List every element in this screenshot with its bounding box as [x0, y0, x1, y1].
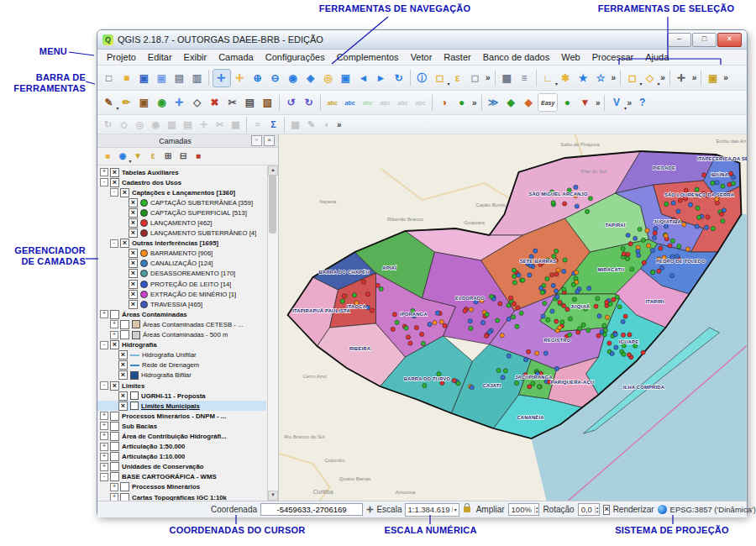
- visibility-checkbox[interactable]: ×: [118, 360, 128, 370]
- coordinate-input[interactable]: [260, 503, 363, 516]
- copy-style-button[interactable]: ✎: [304, 117, 319, 132]
- visibility-checkbox[interactable]: [120, 330, 129, 339]
- layer-tree-item[interactable]: +Processos Minerários - DNPM - ...: [97, 411, 266, 421]
- simplify-feature-button[interactable]: ◇: [117, 117, 132, 132]
- plugin-green-button[interactable]: ◆: [502, 94, 519, 111]
- visibility-checkbox[interactable]: ×: [129, 218, 138, 228]
- panel-float-button[interactable]: ▫: [251, 135, 262, 146]
- expander-icon[interactable]: +: [100, 168, 108, 176]
- layer-tree-item[interactable]: ×DESASSOREAMENTO [170]: [97, 269, 266, 279]
- layer-tree-item[interactable]: +Articulação 1:10.000: [97, 452, 266, 462]
- new-project-button[interactable]: □: [101, 70, 118, 87]
- layer-tree-item[interactable]: ×CAPTAÇÃO SUPERFICIAL [513]: [97, 207, 266, 218]
- visibility-checkbox[interactable]: ×: [110, 381, 119, 391]
- node-tool-button[interactable]: ◇: [189, 94, 206, 111]
- manage-themes-button[interactable]: ◉▾: [116, 150, 130, 164]
- statistical-summary-button[interactable]: Σ: [266, 117, 281, 132]
- remove-layer-button[interactable]: ■: [192, 150, 206, 164]
- layer-tree-item[interactable]: ×EXTRAÇÃO DE MINÉRIO [1]: [97, 289, 266, 299]
- plugin-globe-button[interactable]: ●: [559, 94, 575, 111]
- visibility-checkbox[interactable]: ×: [129, 290, 138, 299]
- toggle-editing-button[interactable]: ✏: [118, 94, 135, 111]
- menu-projeto[interactable]: Projeto: [101, 51, 142, 63]
- expander-icon[interactable]: +: [100, 422, 108, 430]
- deselect-all-button[interactable]: ◻: [467, 70, 484, 87]
- add-group-button[interactable]: ■: [101, 150, 115, 164]
- expander-icon[interactable]: +: [100, 463, 108, 471]
- select-polygon-dropdown-icon[interactable]: ▾: [658, 81, 660, 87]
- toolbar-overflow-icon[interactable]: »: [612, 73, 617, 82]
- visibility-checkbox[interactable]: ×: [110, 340, 119, 349]
- redo-button[interactable]: ↻: [301, 94, 318, 111]
- layer-tree-item[interactable]: -×Cadastro dos Usos: [97, 177, 266, 187]
- visibility-checkbox[interactable]: ×: [110, 168, 119, 177]
- tree-scrollbar[interactable]: ▲ ▼: [267, 165, 278, 501]
- toolbar-overflow-icon[interactable]: »: [486, 73, 491, 82]
- maximize-button[interactable]: □: [692, 33, 717, 47]
- annotation-button[interactable]: ✛: [673, 70, 690, 87]
- move-feature-button[interactable]: ✛: [171, 94, 188, 111]
- identify-features-button[interactable]: ⓘ: [414, 70, 431, 87]
- easy-plugin-button[interactable]: Easy: [538, 93, 558, 112]
- layer-tree-item[interactable]: +Articulação 1:50.000: [97, 442, 266, 452]
- toolbar-overflow-icon[interactable]: »: [337, 120, 342, 129]
- diagram-chart-button[interactable]: ●: [454, 94, 470, 111]
- scale-lock-icon[interactable]: [464, 507, 470, 512]
- menu-web[interactable]: Web: [555, 51, 585, 63]
- label-rotate-button[interactable]: abc: [395, 94, 412, 111]
- label-move-button[interactable]: abc: [377, 94, 394, 111]
- rotation-down-icon[interactable]: ▾: [596, 510, 599, 514]
- visibility-checkbox[interactable]: [110, 432, 119, 441]
- fill-ring-button[interactable]: ▥: [165, 117, 180, 132]
- reshape-features-button[interactable]: ✛: [197, 117, 212, 132]
- layer-tree-item[interactable]: ×Hidrografia Bifilar: [97, 370, 266, 381]
- visibility-checkbox[interactable]: ×: [129, 280, 138, 289]
- layer-tree-item[interactable]: +Áreas Contaminadas CETESB - ...: [97, 319, 266, 329]
- layer-tree-item[interactable]: ×BARRAMENTO [906]: [97, 249, 266, 259]
- menu-complementos[interactable]: Complementos: [331, 51, 405, 63]
- zoom-next-button[interactable]: ►: [373, 70, 390, 87]
- crs-globe-icon[interactable]: [658, 505, 667, 514]
- visibility-checkbox[interactable]: ×: [120, 239, 129, 248]
- menu-vetor[interactable]: Vetor: [405, 51, 438, 63]
- menu-ajuda[interactable]: Ajuda: [639, 51, 675, 63]
- close-button[interactable]: ×: [717, 33, 742, 47]
- label-properties-button[interactable]: abc: [412, 94, 429, 111]
- layer-tree-item[interactable]: ×Rede de Drenagem: [97, 360, 266, 370]
- layer-tree-item[interactable]: -×Limites: [97, 381, 266, 391]
- visibility-checkbox[interactable]: ×: [118, 391, 128, 401]
- plugin-orange-button[interactable]: ◆: [520, 94, 537, 111]
- menu-camada[interactable]: Camada: [213, 51, 260, 63]
- add-ring-button[interactable]: ◎: [133, 117, 148, 132]
- add-part-button[interactable]: ◉: [149, 117, 164, 132]
- scroll-down-icon[interactable]: ▼: [268, 491, 278, 501]
- touch-zoom-button[interactable]: ▣: [705, 70, 722, 87]
- scale-combo[interactable]: 1:1.384.619 ▾: [405, 503, 459, 517]
- extent-toggle-icon[interactable]: ✛: [366, 505, 373, 514]
- layer-tree-item[interactable]: +×Tabelas Auxiliares: [97, 167, 266, 177]
- undo-button[interactable]: ↺: [283, 94, 300, 111]
- visibility-checkbox[interactable]: [110, 472, 119, 481]
- visibility-checkbox[interactable]: ×: [129, 300, 138, 309]
- layer-tree-item[interactable]: +Áreas Contaminadas - 500 m: [97, 330, 266, 340]
- zoom-in-button[interactable]: ⊕: [249, 70, 266, 87]
- toolbar-overflow-icon[interactable]: »: [660, 73, 665, 82]
- save-layer-edits-button[interactable]: ▣: [136, 94, 153, 111]
- render-checkbox[interactable]: ×: [603, 505, 609, 515]
- visibility-checkbox[interactable]: ×: [129, 269, 138, 278]
- raster-stretch-button[interactable]: ▩: [288, 117, 303, 132]
- map-tips-button[interactable]: ✱: [557, 70, 574, 87]
- save-project-as-button[interactable]: ▣: [154, 70, 171, 87]
- expander-icon[interactable]: +: [110, 493, 118, 501]
- visibility-checkbox[interactable]: [110, 442, 119, 451]
- menu-banco-de-dados[interactable]: Banco de dados: [477, 51, 556, 63]
- expander-icon[interactable]: +: [100, 453, 108, 461]
- scrollbar-thumb[interactable]: [269, 175, 276, 234]
- toolbar-overflow-icon[interactable]: »: [596, 98, 601, 108]
- visibility-checkbox[interactable]: [120, 320, 129, 329]
- new-composer-button[interactable]: ▤: [171, 70, 188, 87]
- layer-tree-item[interactable]: ×UGRHI-11 - Proposta: [97, 391, 266, 401]
- expander-icon[interactable]: -: [100, 473, 108, 481]
- plugin-red-button[interactable]: ▼: [576, 94, 593, 111]
- vector-tools-dropdown-icon[interactable]: ▾: [624, 105, 627, 111]
